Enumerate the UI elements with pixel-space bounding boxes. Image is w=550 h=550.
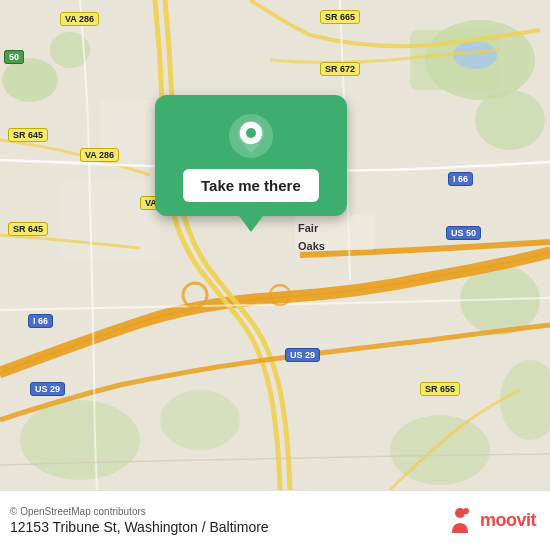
moovit-brand-icon (444, 505, 476, 537)
svg-point-3 (2, 58, 58, 102)
moovit-brand-text: moovit (480, 510, 536, 531)
moovit-logo: moovit (444, 505, 536, 537)
bottom-bar: © OpenStreetMap contributors 12153 Tribu… (0, 490, 550, 550)
svg-point-20 (246, 128, 256, 138)
address-text: 12153 Tribune St, Washington / Baltimore (10, 519, 269, 535)
address-section: © OpenStreetMap contributors 12153 Tribu… (10, 506, 269, 535)
svg-point-2 (475, 90, 545, 150)
svg-rect-13 (60, 180, 160, 260)
road-label-50: 50 (4, 46, 24, 64)
svg-point-11 (453, 41, 497, 69)
popup-container: Take me there (155, 95, 347, 232)
map-container: VA 286 VA 286 VA 286 SR 665 SR 672 SR 64… (0, 0, 550, 490)
take-me-there-button[interactable]: Take me there (183, 169, 319, 202)
popup-tail (239, 216, 263, 232)
svg-point-10 (160, 390, 240, 450)
osm-attribution: © OpenStreetMap contributors (10, 506, 269, 517)
popup-box: Take me there (155, 95, 347, 216)
svg-point-23 (463, 508, 469, 514)
location-pin-icon (228, 113, 274, 159)
svg-point-8 (20, 400, 140, 480)
